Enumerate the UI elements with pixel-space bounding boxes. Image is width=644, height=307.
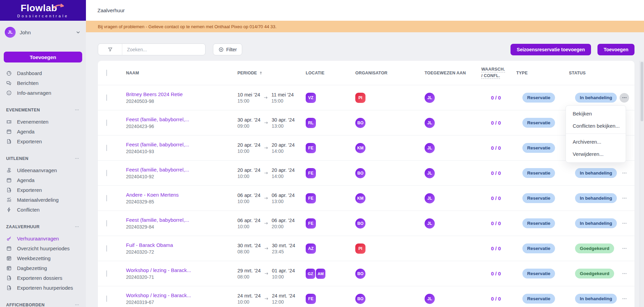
calendar-week-icon (6, 255, 12, 261)
row-organiser-cell: KM (355, 143, 425, 153)
column-header-periode[interactable]: PERIODE (237, 71, 306, 75)
sidebar-item-exporteren[interactable]: Exporteren (0, 185, 86, 195)
reservation-name-link[interactable]: Workshop / lezing - Barack... (126, 267, 237, 273)
search-input[interactable] (122, 44, 205, 55)
row-checkbox[interactable] (106, 270, 107, 277)
reservation-name-link[interactable]: Feest (familie, babyborrel,... (126, 142, 237, 147)
organiser-badge: KM (355, 193, 365, 203)
column-header-waarsch[interactable]: WAARSCH./ CONFL. (476, 67, 516, 79)
row-actions-ellipsis-icon[interactable] (620, 294, 629, 304)
sidebar-item-berichten[interactable]: Berichten (0, 78, 86, 88)
funnel-icon[interactable] (98, 44, 122, 55)
row-checkbox-cell (98, 271, 126, 277)
select-all-checkbox[interactable] (106, 70, 107, 76)
location-badge: AM (316, 269, 325, 279)
ellipsis-icon (622, 246, 627, 251)
type-badge: Reservatie (522, 118, 555, 128)
row-actions-ellipsis-icon[interactable] (620, 194, 629, 203)
organiser-badge: PI (355, 93, 365, 103)
row-type-cell: Reservatie (516, 168, 569, 178)
sidebar-item-agenda[interactable]: Agenda (0, 175, 86, 185)
row-type-cell: Reservatie (516, 143, 569, 153)
column-header-organisator[interactable]: ORGANISATOR (355, 71, 425, 75)
row-actions-ellipsis-icon[interactable] (620, 168, 629, 178)
reservation-name-link[interactable]: Feest (familie, babyborrel,... (126, 116, 237, 122)
sidebar-item-info-aanvragen[interactable]: Info-aanvragen (0, 88, 86, 98)
assignee-avatar: JL (425, 143, 435, 153)
row-period-cell: 29 mrt. ’2408:0001 apr. ’2410:00 (237, 268, 306, 279)
sidebar-item-dashboard[interactable]: Dashboard (0, 68, 86, 78)
row-checkbox[interactable] (106, 94, 107, 101)
sidebar-item-weekbezetting[interactable]: Weekbezetting (0, 253, 86, 263)
scrollbar-thumb[interactable] (641, 62, 643, 121)
reservation-name-link[interactable]: Fuif - Barack Obama (126, 242, 237, 248)
menu-item-bekijken[interactable]: Bekijken (566, 107, 626, 120)
row-checkbox[interactable] (106, 120, 107, 126)
section-options-ellipsis-icon[interactable] (74, 302, 79, 307)
row-checkbox[interactable] (106, 245, 107, 252)
row-actions-ellipsis-icon[interactable] (620, 244, 629, 253)
menu-item-verwijderen[interactable]: Verwijderen... (566, 148, 626, 160)
sidebar-item-agenda[interactable]: Agenda (0, 127, 86, 137)
reservation-name-link[interactable]: Workshop / lezing - Barack... (126, 292, 237, 298)
section-options-ellipsis-icon[interactable] (74, 224, 79, 229)
sidebar-item-materiaalverdeling[interactable]: Materiaalverdeling (0, 195, 86, 205)
sidebar-item-label: Weekbezetting (17, 255, 51, 261)
menu-item-archiveren[interactable]: Archiveren... (566, 136, 626, 148)
table-header-row: NAAMPERIODELOCATIEORGANISATORTOEGEWEZEN … (98, 61, 634, 85)
reservation-name-link[interactable]: Feest (familie, babyborrel,... (126, 167, 237, 173)
sidebar-item-label: Exporteren huurperiodes (17, 285, 73, 291)
row-actions-ellipsis-icon[interactable] (620, 93, 629, 103)
column-header-naam[interactable]: NAAM (126, 71, 237, 75)
status-badge: In behandeling (575, 218, 617, 228)
sidebar-item-uitleenaanvragen[interactable]: Uitleenaanvragen (0, 165, 86, 175)
sidebar-item-conflicten[interactable]: Conflicten (0, 205, 86, 215)
column-header-status[interactable]: STATUS (569, 71, 614, 75)
filter-button[interactable]: Filter (213, 43, 242, 55)
chevron-down-icon (75, 29, 81, 35)
row-organiser-cell: BO (355, 218, 425, 229)
row-checkbox[interactable] (106, 220, 107, 227)
sidebar-item-dagbezetting[interactable]: Dagbezetting (0, 263, 86, 273)
reservation-name-link[interactable]: Feest (familie, babyborrel,... (126, 217, 237, 223)
sidebar-item-overzicht-huurperiodes[interactable]: Overzicht huurperiodes (0, 243, 86, 253)
row-assignee-cell: JL (425, 93, 476, 103)
row-checkbox[interactable] (106, 145, 107, 151)
sidebar-add-button[interactable]: Toevoegen (4, 52, 82, 62)
column-header-toegewezen[interactable]: TOEGEWEZEN AAN (425, 71, 476, 75)
row-checkbox[interactable] (106, 195, 107, 201)
sidebar-item-evenementen[interactable]: Evenementen (0, 117, 86, 127)
warnings-conflicts-count: 0 / 0 (476, 271, 516, 276)
sidebar-item-verhuuraanvragen[interactable]: Verhuuraanvragen (0, 234, 86, 243)
sidebar-section-zaalverhuur: ZAALVERHUURVerhuuraanvragenOverzicht huu… (0, 222, 86, 293)
seasonal-reservation-button[interactable]: Seizoensreservatie toevoegen (511, 44, 591, 55)
sidebar-item-exporteren-huurperiodes[interactable]: Exporteren huurperiodes (0, 283, 86, 293)
column-header-locatie[interactable]: LOCATIE (306, 71, 355, 75)
sidebar-item-exporteren-dossiers[interactable]: Exporteren dossiers (0, 273, 86, 283)
section-options-ellipsis-icon[interactable] (74, 107, 79, 112)
ellipsis-icon (74, 224, 79, 229)
vertical-scrollbar[interactable] (640, 61, 644, 307)
row-organiser-cell: BO (355, 118, 425, 128)
header-checkbox-cell (98, 70, 126, 76)
table-row: Andere - Koen Mertens20240329-8506 apr. … (98, 185, 634, 211)
row-location-cell: VZ (306, 93, 355, 103)
add-button[interactable]: Toevoegen (597, 44, 634, 55)
section-options-ellipsis-icon[interactable] (74, 156, 79, 161)
row-checkbox[interactable] (106, 170, 107, 176)
row-actions-ellipsis-icon[interactable] (620, 269, 629, 278)
row-type-cell: Reservatie (516, 118, 569, 128)
row-actions-ellipsis-icon[interactable] (620, 219, 629, 228)
status-badge: In behandeling (575, 294, 617, 304)
sidebar-item-exporteren[interactable]: Exporteren (0, 137, 86, 146)
dossier-id: 20240423-96 (126, 124, 237, 129)
sidebar-item-label: Berichten (17, 80, 38, 86)
menu-item-conflicten-bekijken[interactable]: Conflicten bekijken... (566, 120, 626, 132)
column-header-type[interactable]: TYPE (516, 71, 569, 75)
row-checkbox[interactable] (106, 295, 107, 302)
reservation-name-link[interactable]: Britney Beers 2024 Retie (126, 91, 237, 97)
user-menu[interactable]: JL John (5, 27, 81, 38)
section-header-label: AFFICHEBORDEN (6, 303, 45, 307)
reservation-name-link[interactable]: Andere - Koen Mertens (126, 192, 237, 198)
location-badge: RL (306, 118, 316, 128)
